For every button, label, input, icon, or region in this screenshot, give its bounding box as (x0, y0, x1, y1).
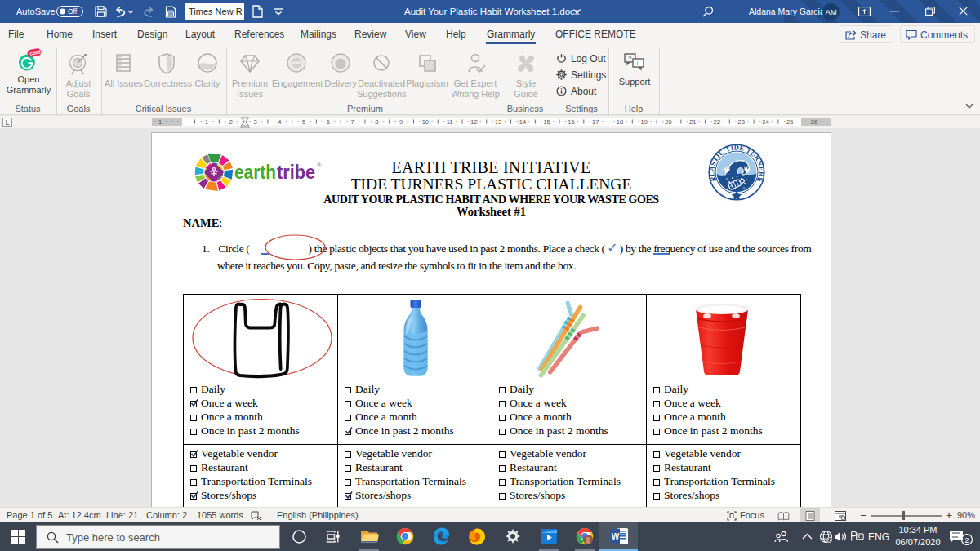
svg-text:25: 25 (786, 118, 793, 126)
svg-text:19: 19 (641, 118, 648, 126)
svg-text:4: 4 (278, 118, 281, 126)
svg-text:i: i (637, 60, 639, 67)
svg-text:11: 11 (447, 118, 453, 126)
svg-text:9: 9 (399, 118, 403, 126)
svg-text:21: 21 (689, 118, 696, 126)
svg-text:24: 24 (762, 118, 768, 126)
svg-text:1: 1 (158, 118, 162, 126)
svg-text:10: 10 (422, 118, 429, 126)
svg-text:16: 16 (568, 118, 574, 126)
svg-text:22: 22 (714, 118, 720, 126)
svg-text:20: 20 (665, 118, 671, 126)
svg-text:26: 26 (811, 118, 817, 126)
svg-text:Off: Off (68, 7, 78, 16)
svg-text:18: 18 (617, 118, 623, 126)
svg-text:23: 23 (738, 118, 745, 126)
svg-text:2: 2 (229, 118, 233, 126)
svg-text:1: 1 (205, 118, 208, 126)
svg-text:17: 17 (592, 118, 599, 126)
svg-text:7: 7 (351, 118, 354, 126)
svg-text:2: 2 (965, 536, 969, 544)
svg-text:12: 12 (470, 118, 477, 126)
svg-text:15: 15 (543, 118, 550, 126)
svg-text:14: 14 (519, 118, 526, 126)
svg-text:W: W (612, 532, 620, 541)
svg-text:3: 3 (253, 118, 256, 126)
svg-text:conf: conf (29, 48, 42, 56)
svg-text:5: 5 (302, 118, 305, 126)
svg-text:?: ? (628, 55, 632, 62)
svg-text:6: 6 (327, 118, 330, 126)
svg-text:8: 8 (375, 118, 378, 126)
svg-text:13: 13 (495, 118, 501, 126)
